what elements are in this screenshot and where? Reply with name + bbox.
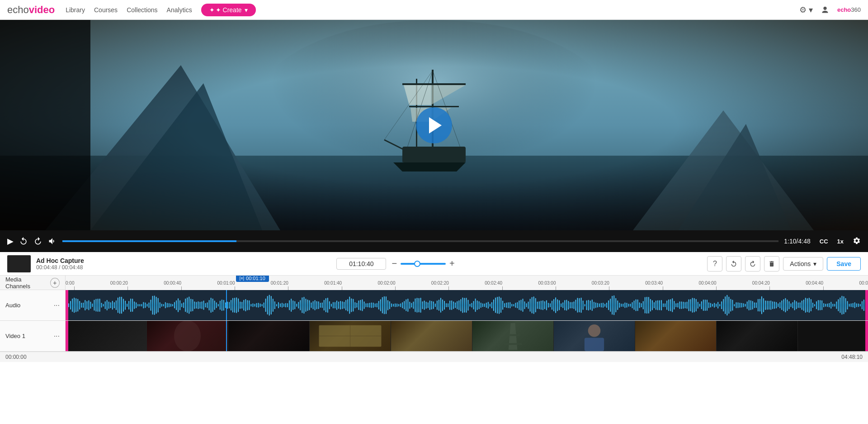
svg-rect-315	[601, 303, 602, 307]
svg-rect-319	[608, 300, 609, 310]
svg-rect-415	[783, 299, 784, 311]
play-control-button[interactable]: ▶	[7, 236, 14, 246]
zoom-slider[interactable]	[401, 263, 446, 265]
svg-rect-117	[240, 302, 241, 309]
video-settings-button[interactable]	[853, 237, 861, 246]
svg-rect-391	[740, 303, 741, 308]
svg-rect-254	[490, 304, 491, 306]
actions-button[interactable]: Actions ▾	[783, 257, 823, 271]
svg-rect-360	[683, 302, 684, 309]
svg-rect-326	[621, 304, 622, 307]
help-button[interactable]: ?	[707, 256, 722, 272]
video-title: Ad Hoc Capture	[36, 257, 84, 264]
svg-rect-26	[74, 298, 75, 313]
svg-rect-308	[588, 300, 589, 311]
speed-button[interactable]: 1x	[837, 238, 844, 245]
delete-button[interactable]	[764, 256, 779, 272]
svg-rect-142	[285, 303, 286, 308]
svg-rect-244	[472, 303, 472, 307]
svg-rect-342	[650, 299, 651, 312]
svg-rect-170	[336, 300, 337, 310]
nav-courses[interactable]: Courses	[94, 6, 118, 14]
save-button[interactable]: Save	[827, 257, 861, 271]
nav-collections[interactable]: Collections	[127, 6, 157, 14]
svg-rect-178	[351, 298, 352, 312]
svg-rect-383	[725, 296, 726, 314]
svg-rect-60	[136, 302, 137, 308]
svg-rect-449	[845, 298, 846, 312]
svg-rect-49	[116, 300, 117, 310]
nav-analytics[interactable]: Analytics	[167, 6, 192, 14]
svg-rect-32	[85, 300, 85, 310]
audio-track-options-button[interactable]: ···	[54, 301, 60, 310]
svg-rect-51	[119, 297, 120, 314]
svg-rect-457	[860, 304, 861, 306]
audio-track-bg	[66, 290, 868, 320]
svg-rect-180	[354, 302, 355, 309]
video-controls: ▶ 1:10/4:48 CC 1x	[0, 230, 868, 252]
video-border-right	[865, 321, 868, 351]
svg-rect-320	[610, 299, 611, 312]
svg-rect-96	[201, 301, 202, 309]
create-label: ✦ Create	[216, 6, 242, 14]
settings-icon[interactable]: ⚙ ▾	[799, 5, 813, 15]
forward-button[interactable]	[33, 237, 42, 246]
svg-rect-220	[428, 302, 429, 308]
ruler-tick: 00:00:20	[119, 281, 137, 290]
video-track-options-button[interactable]: ···	[54, 332, 60, 340]
svg-rect-65	[145, 302, 146, 308]
svg-rect-148	[296, 304, 297, 307]
svg-rect-413	[779, 302, 780, 309]
svg-rect-159	[316, 301, 317, 309]
ruler-tick: 00:02:00	[387, 281, 404, 290]
time-display: 1:10/4:48	[784, 238, 810, 245]
svg-rect-389	[736, 302, 736, 308]
svg-rect-197	[386, 296, 387, 314]
svg-rect-386	[730, 299, 731, 312]
svg-rect-101	[211, 298, 212, 313]
rewind-button[interactable]	[19, 237, 28, 246]
svg-rect-110	[227, 301, 228, 309]
svg-rect-331	[630, 304, 631, 306]
ruler-tick: 00:03:00	[547, 281, 565, 290]
svg-rect-262	[504, 303, 505, 307]
svg-rect-218	[424, 300, 425, 310]
svg-rect-82	[176, 300, 177, 310]
cc-button[interactable]: CC	[820, 238, 828, 245]
volume-button[interactable]	[48, 237, 57, 246]
svg-rect-119	[243, 300, 244, 311]
user-icon[interactable]	[820, 5, 830, 15]
timecode-input[interactable]	[336, 258, 386, 270]
svg-rect-280	[537, 301, 538, 309]
svg-rect-288	[552, 300, 552, 310]
create-button[interactable]: ✦ ✦ Create ▾	[201, 4, 256, 16]
svg-rect-261	[502, 300, 503, 310]
play-button[interactable]	[416, 107, 452, 143]
svg-rect-109	[225, 302, 226, 308]
svg-rect-134	[271, 296, 272, 314]
svg-rect-374	[708, 302, 709, 308]
nav-library[interactable]: Library	[66, 6, 85, 14]
video-track-row: Video 1 ···	[0, 321, 868, 352]
video-duration: 00:04:48 / 00:04:48	[36, 264, 84, 271]
undo-button[interactable]	[726, 256, 741, 272]
svg-rect-450	[847, 301, 848, 310]
svg-rect-421	[794, 300, 795, 310]
zoom-out-button[interactable]: −	[392, 258, 397, 269]
svg-point-463	[174, 321, 201, 351]
svg-rect-81	[174, 302, 175, 308]
zoom-in-button[interactable]: +	[449, 258, 455, 269]
add-channel-button[interactable]: +	[50, 278, 60, 288]
svg-rect-403	[761, 296, 762, 314]
progress-bar[interactable]	[62, 240, 778, 242]
filmstrip	[66, 321, 868, 351]
svg-rect-447	[841, 296, 842, 314]
svg-rect-282	[541, 301, 542, 310]
svg-rect-471	[585, 338, 604, 351]
redo-button[interactable]	[745, 256, 760, 272]
video-label-text: Video 1	[5, 333, 25, 339]
svg-rect-362	[687, 302, 688, 309]
svg-rect-418	[788, 301, 789, 309]
svg-rect-168	[333, 302, 334, 309]
svg-rect-445	[838, 299, 839, 311]
